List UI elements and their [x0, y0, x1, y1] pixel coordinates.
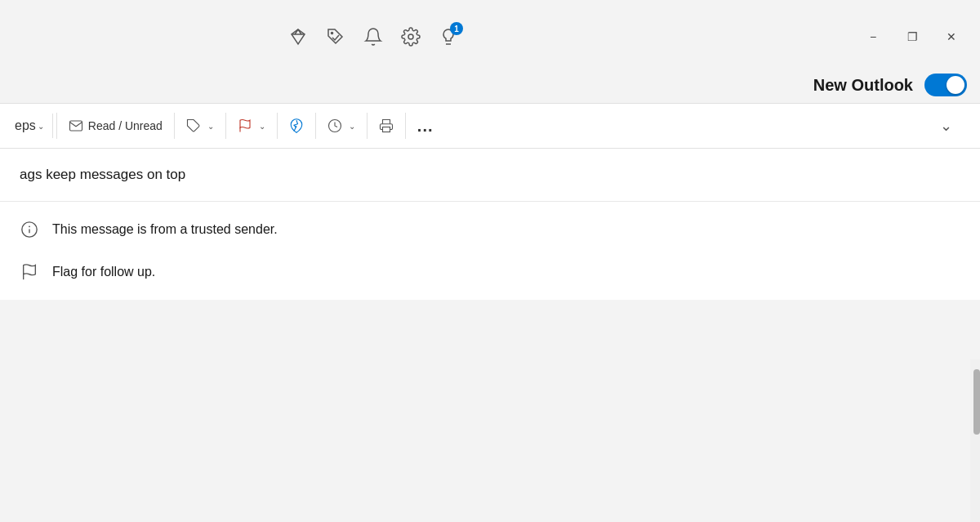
- scrollbar-thumb[interactable]: [973, 369, 980, 435]
- separator-6: [367, 113, 368, 139]
- more-options-button[interactable]: ...: [409, 109, 442, 142]
- print-button[interactable]: [371, 109, 402, 142]
- envelope-icon: [69, 118, 83, 133]
- info-circle-icon: [20, 220, 39, 239]
- window-controls: − ❐ ✕: [854, 24, 970, 50]
- tag-chevron-icon: ⌄: [207, 122, 214, 131]
- trusted-sender-text: This message is from a trusted sender.: [52, 222, 278, 237]
- lightbulb-icon[interactable]: 1: [437, 25, 460, 48]
- tag-check-icon[interactable]: [324, 25, 347, 48]
- expand-arrow-icon[interactable]: ⌄: [934, 114, 957, 137]
- flag-followup-text: Flag for follow up.: [52, 265, 155, 279]
- flag-icon: [238, 118, 252, 133]
- title-bar: 1 − ❐ ✕: [0, 0, 980, 74]
- flag-followup-item: Flag for follow up.: [0, 251, 980, 293]
- pin-button[interactable]: [281, 109, 312, 142]
- flag-button[interactable]: ⌄: [229, 109, 274, 142]
- clock-chevron-icon: ⌄: [349, 122, 355, 131]
- separator-7: [405, 113, 406, 139]
- tag-icon: [186, 118, 201, 133]
- toggle-knob: [947, 76, 964, 94]
- svg-point-4: [408, 34, 413, 39]
- trusted-sender-item: This message is from a trusted sender.: [0, 208, 980, 251]
- new-outlook-toggle[interactable]: [924, 74, 967, 96]
- new-outlook-row: New Outlook: [0, 74, 980, 103]
- close-button[interactable]: ✕: [933, 24, 970, 50]
- tag-button[interactable]: ⌄: [178, 109, 222, 142]
- steps-label: eps: [15, 118, 36, 133]
- flag-outline-icon: [20, 262, 39, 282]
- print-icon: [379, 118, 394, 133]
- svg-marker-0: [292, 29, 305, 44]
- clock-icon: [327, 118, 342, 133]
- restore-button[interactable]: ❐: [893, 24, 931, 50]
- new-outlook-label: New Outlook: [813, 76, 913, 95]
- flags-banner-text: ags keep messages on top: [20, 167, 185, 182]
- separator-4: [277, 113, 278, 139]
- bell-icon[interactable]: [362, 25, 385, 48]
- separator-2: [174, 113, 175, 139]
- separator-5: [315, 113, 316, 139]
- info-section: This message is from a trusted sender. F…: [0, 202, 980, 300]
- steps-chevron-icon: ⌄: [38, 122, 44, 131]
- notification-badge: 1: [450, 22, 463, 35]
- svg-point-3: [332, 33, 333, 34]
- settings-icon[interactable]: [399, 25, 422, 48]
- scrollbar[interactable]: [970, 359, 980, 522]
- flags-banner: ags keep messages on top: [0, 149, 980, 202]
- title-bar-icons: 1: [10, 25, 835, 48]
- toolbar-row: eps ⌄ Read / Unread ⌄ ⌄: [0, 103, 980, 149]
- flag-chevron-icon: ⌄: [259, 122, 265, 131]
- read-unread-label: Read / Unread: [88, 119, 163, 132]
- read-unread-button[interactable]: Read / Unread: [60, 109, 171, 142]
- svg-rect-9: [382, 127, 390, 132]
- separator-1: [56, 113, 57, 139]
- clock-button[interactable]: ⌄: [319, 109, 363, 142]
- minimize-button[interactable]: −: [854, 24, 892, 50]
- more-options-label: ...: [417, 117, 434, 136]
- steps-dropdown[interactable]: eps ⌄: [7, 114, 53, 138]
- separator-3: [225, 113, 226, 139]
- pin-icon: [289, 118, 304, 133]
- diamond-icon[interactable]: [287, 25, 310, 48]
